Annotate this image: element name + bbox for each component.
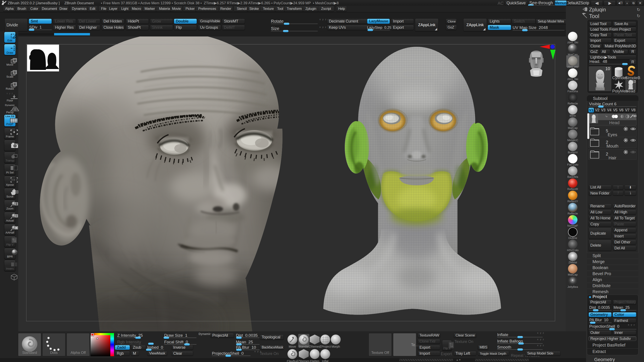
svg-text:R: R bbox=[14, 83, 16, 86]
svg-text:10: 10 bbox=[632, 80, 636, 83]
svg-text:1: 1 bbox=[16, 215, 17, 217]
svg-text:M: M bbox=[14, 59, 16, 62]
svg-text:10: 10 bbox=[605, 66, 610, 71]
svg-text:Head: Head bbox=[595, 86, 605, 91]
svg-text:S: S bbox=[14, 71, 16, 74]
